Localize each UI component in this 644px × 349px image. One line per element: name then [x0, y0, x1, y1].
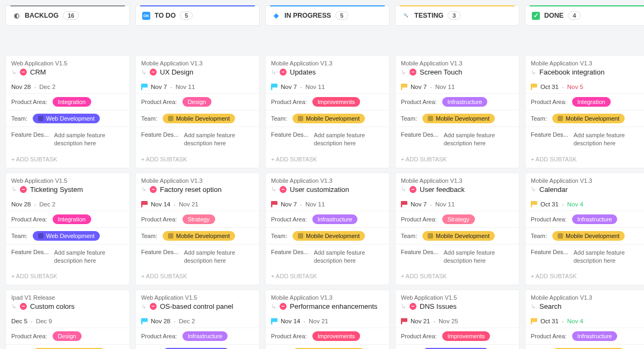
task-card[interactable]: Mobile Application V1.3 ↳ Search Oct 31 …: [525, 289, 644, 349]
feature-description-label: Feature Des...: [271, 249, 309, 265]
product-area-pill[interactable]: Infrastructure: [572, 331, 618, 341]
collapse-icon[interactable]: −: [280, 303, 287, 310]
priority-flag-icon: [271, 84, 277, 90]
priority-flag-icon: [401, 201, 407, 207]
add-subtask-button[interactable]: + ADD SUBTASK: [525, 152, 644, 168]
feature-description-text[interactable]: Add sample feature description here: [54, 249, 124, 265]
end-date: Nov 4: [567, 318, 583, 324]
team-pill[interactable]: Mobile Development: [422, 114, 495, 123]
priority-flag-icon: [141, 84, 148, 90]
subtask-tree-icon: ↳: [141, 303, 147, 310]
add-subtask-button[interactable]: + ADD SUBTASK: [6, 269, 129, 285]
task-card[interactable]: Mobile Application V1.3 ↳ − UX Design No…: [135, 55, 260, 168]
collapse-icon[interactable]: −: [280, 69, 287, 76]
add-subtask-button[interactable]: + ADD SUBTASK: [396, 269, 519, 285]
feature-description-text[interactable]: Add sample feature description here: [314, 249, 384, 265]
add-subtask-button[interactable]: + ADD SUBTASK: [396, 152, 519, 168]
team-pill[interactable]: Mobile Development: [422, 231, 495, 241]
subtask-tree-icon: ↳: [401, 69, 406, 76]
feature-description-text[interactable]: Add sample feature description here: [314, 131, 384, 147]
column-header[interactable]: ◐ BACKLOG 16: [5, 5, 130, 26]
subtask-tree-icon: ↳: [271, 69, 276, 76]
collapse-icon[interactable]: −: [20, 69, 27, 76]
team-pill[interactable]: Mobile Development: [552, 114, 625, 123]
feature-description-text[interactable]: Add sample feature description here: [574, 131, 643, 147]
task-card[interactable]: Mobile Application V1.3 ↳ Facebook integ…: [525, 55, 644, 168]
task-card[interactable]: Ipad V1 Release ↳ − Custom colors Dec 5 …: [5, 289, 130, 349]
task-card[interactable]: Mobile Application V1.3 ↳ − Screen Touch…: [395, 55, 519, 168]
product-area-pill[interactable]: Improvements: [312, 97, 361, 107]
start-date: Nov 7: [411, 84, 427, 90]
add-subtask-button[interactable]: + ADD SUBTASK: [266, 269, 389, 285]
project-name: Web Application V1.5: [6, 173, 129, 184]
column-status-icon: ✓: [532, 12, 540, 20]
task-card[interactable]: Mobile Application V1.3 ↳ − User customi…: [265, 173, 390, 286]
task-card[interactable]: Mobile Application V1.3 ↳ − User feedbac…: [395, 173, 519, 286]
add-subtask-button[interactable]: + ADD SUBTASK: [136, 269, 259, 285]
team-pill[interactable]: Mobile Development: [552, 231, 625, 241]
team-pill[interactable]: Web Development: [33, 231, 100, 241]
column-count: 5: [180, 11, 193, 20]
product-area-pill[interactable]: Strategy: [182, 214, 215, 224]
column-header[interactable]: OK TO DO 5: [135, 5, 260, 26]
feature-description-label: Feature Des...: [11, 249, 49, 265]
feature-description-text[interactable]: Add sample feature description here: [184, 131, 254, 147]
team-pill[interactable]: Mobile Development: [163, 231, 235, 241]
collapse-icon[interactable]: −: [150, 303, 157, 310]
feature-description-text[interactable]: Add sample feature description here: [444, 131, 514, 147]
product-area-pill[interactable]: Design: [53, 331, 82, 341]
task-card[interactable]: Web Application V1.5 ↳ − OS-based contro…: [135, 289, 260, 349]
task-card[interactable]: Mobile Application V1.3 ↳ − Updates Nov …: [265, 55, 390, 168]
product-area-label: Product Area:: [141, 333, 177, 339]
product-area-pill[interactable]: Infrastructure: [312, 214, 358, 224]
add-subtask-button[interactable]: + ADD SUBTASK: [6, 152, 129, 168]
collapse-icon[interactable]: −: [280, 186, 287, 193]
product-area-pill[interactable]: Strategy: [442, 214, 475, 224]
task-card[interactable]: Mobile Application V1.3 ↳ − Factory rese…: [135, 173, 260, 286]
end-date: Nov 25: [438, 318, 458, 324]
task-card[interactable]: Mobile Application V1.3 ↳ − Performance …: [265, 289, 390, 349]
feature-description-text[interactable]: Add sample feature description here: [444, 249, 514, 265]
start-date: Nov 28: [11, 201, 31, 207]
feature-description-text[interactable]: Add sample feature description here: [54, 131, 124, 147]
collapse-icon[interactable]: −: [150, 69, 157, 76]
product-area-pill[interactable]: Integration: [53, 97, 91, 107]
task-card[interactable]: Web Application V1.5 ↳ − CRM Nov 28 - De…: [5, 55, 130, 168]
column-header[interactable]: 🔍 TESTING 3: [395, 5, 519, 26]
team-pill[interactable]: Web Development: [33, 114, 100, 123]
feature-description-text[interactable]: Add sample feature description here: [184, 249, 254, 265]
add-subtask-button[interactable]: + ADD SUBTASK: [266, 152, 389, 168]
subtask-tree-icon: ↳: [531, 69, 536, 76]
add-subtask-button[interactable]: + ADD SUBTASK: [525, 269, 644, 285]
product-area-pill[interactable]: Improvements: [312, 331, 361, 341]
product-area-pill[interactable]: Integration: [53, 214, 91, 224]
product-area-pill[interactable]: Integration: [572, 97, 611, 107]
task-card[interactable]: Web Application V1.5 ↳ − Ticketing Syste…: [5, 173, 130, 286]
team-pill[interactable]: Mobile Development: [292, 231, 365, 241]
product-area-label: Product Area:: [11, 99, 47, 105]
collapse-icon[interactable]: −: [20, 303, 27, 310]
collapse-icon[interactable]: −: [409, 69, 416, 76]
column-header[interactable]: ✓ DONE 4: [525, 5, 644, 26]
collapse-icon[interactable]: −: [409, 186, 416, 193]
team-square-icon: [428, 233, 433, 239]
collapse-icon[interactable]: −: [20, 186, 27, 193]
product-area-pill[interactable]: Improvements: [442, 331, 491, 341]
product-area-pill[interactable]: Design: [182, 97, 211, 107]
collapse-icon[interactable]: −: [409, 303, 416, 310]
team-pill[interactable]: Mobile Development: [292, 114, 365, 123]
product-area-pill[interactable]: Infrastructure: [442, 97, 488, 107]
feature-description-text[interactable]: Add sample feature description here: [574, 249, 643, 265]
add-subtask-button[interactable]: + ADD SUBTASK: [136, 152, 259, 168]
product-area-pill[interactable]: Infrastructure: [572, 214, 618, 224]
task-card[interactable]: Mobile Application V1.3 ↳ Calendar Oct 3…: [525, 173, 644, 286]
task-card[interactable]: Web Application V1.5 ↳ − DNS Issues Nov …: [395, 289, 519, 349]
team-label: Team:: [271, 233, 287, 239]
collapse-icon[interactable]: −: [150, 186, 157, 193]
team-square-icon: [298, 116, 303, 121]
task-title: Ticketing System: [30, 185, 83, 194]
product-area-pill[interactable]: Infrastructure: [182, 331, 228, 341]
team-label: Team:: [271, 115, 287, 122]
team-pill[interactable]: Mobile Development: [163, 114, 235, 123]
column-header[interactable]: ◆ IN PROGRESS 5: [265, 5, 390, 26]
